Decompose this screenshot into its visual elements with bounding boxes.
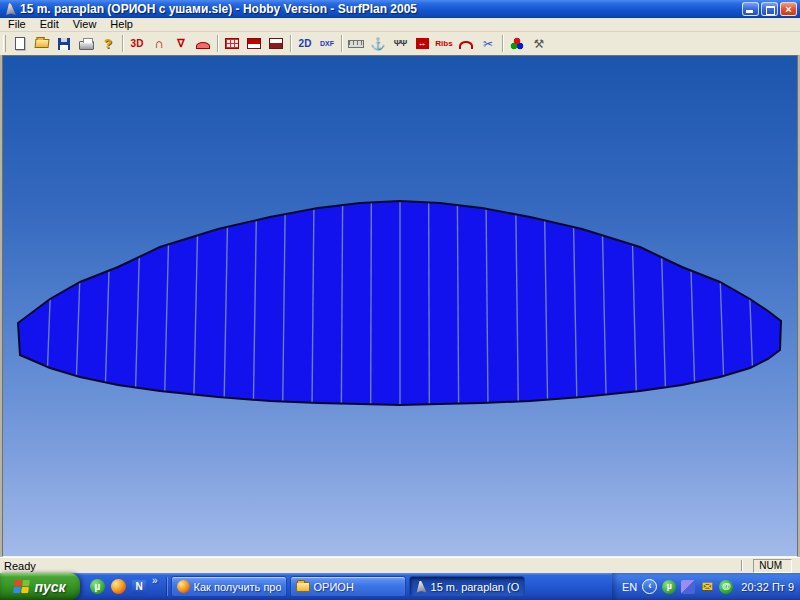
- ribs-button[interactable]: Ribs: [433, 34, 455, 54]
- colors-button[interactable]: [506, 34, 528, 54]
- panel-grid-icon: [225, 38, 239, 49]
- firefox-icon: [177, 580, 190, 593]
- mail-tray-icon[interactable]: ✉: [700, 580, 714, 594]
- menu-bar: FileEditViewHelp: [0, 18, 800, 32]
- export-2d-icon: 2D: [299, 39, 312, 49]
- status-separator: [741, 560, 743, 571]
- tools-icon: ⚒: [534, 38, 545, 50]
- toolbar: ?3D∩∇2DDXF⚓ΨΨ↔Ribs✂⚒: [0, 32, 800, 55]
- surfplan-icon: [415, 581, 427, 593]
- export-2d-button[interactable]: 2D: [294, 34, 316, 54]
- windows-flag-icon: [13, 580, 30, 593]
- save-file-button[interactable]: [53, 34, 75, 54]
- help-icon: ?: [104, 37, 112, 50]
- window-title: 15 m. paraplan (ОРИОН с ушами.sle) - Hob…: [20, 2, 742, 16]
- anchor-points-icon: ⚓: [371, 38, 386, 50]
- wing-canvas[interactable]: [2, 55, 798, 557]
- open-file-button[interactable]: [31, 34, 53, 54]
- rib-line: [371, 191, 372, 413]
- print-icon: [79, 41, 94, 50]
- quick-launch: µN»: [80, 573, 164, 600]
- line-rigging-button[interactable]: ΨΨ: [389, 34, 411, 54]
- toolbar-separator: [122, 35, 123, 52]
- toolbar-separator: [290, 35, 291, 52]
- view-3d-icon: 3D: [131, 39, 144, 49]
- minimize-button[interactable]: [742, 2, 759, 16]
- toolbar-grip[interactable]: [3, 35, 6, 52]
- measure-ruler-icon: [348, 40, 364, 48]
- status-message: Ready: [4, 560, 741, 572]
- measure-ruler-button[interactable]: [345, 34, 367, 54]
- task-title: Как получить проце...: [194, 581, 281, 593]
- num-lock-indicator: NUM: [753, 559, 792, 573]
- toolbar-separator: [217, 35, 218, 52]
- n-app-icon[interactable]: N: [132, 580, 146, 594]
- paraglider-planform: [3, 56, 797, 556]
- panel-grid-button[interactable]: [221, 34, 243, 54]
- planform-view-icon: [196, 42, 210, 49]
- task-button[interactable]: ОРИОН: [290, 576, 406, 597]
- print-button[interactable]: [75, 34, 97, 54]
- menu-edit[interactable]: Edit: [33, 18, 66, 31]
- new-document-button[interactable]: [9, 34, 31, 54]
- system-tray: EN ‹ µ✉@ 20:32 Пт 9: [612, 573, 800, 600]
- taskbar: пуск µN» Как получить проце...ОРИОН15 m.…: [0, 573, 800, 600]
- cut-panels-button[interactable]: ✂: [477, 34, 499, 54]
- anchor-points-button[interactable]: ⚓: [367, 34, 389, 54]
- colors-icon: [509, 37, 525, 51]
- restore-button[interactable]: [761, 2, 778, 16]
- task-title: 15 m. paraplan (ОРИ...: [431, 581, 519, 593]
- surfplan-app-icon: [4, 3, 16, 15]
- task-button[interactable]: Как получить проце...: [171, 576, 287, 597]
- messenger-tray-icon[interactable]: @: [719, 580, 733, 594]
- side-view-pennant-icon: ∇: [177, 38, 184, 49]
- menu-view[interactable]: View: [66, 18, 104, 31]
- bottom-panel-icon: [269, 38, 283, 49]
- client-area: [0, 55, 800, 557]
- menu-file[interactable]: File: [1, 18, 33, 31]
- hide-icons-chevron[interactable]: ‹: [642, 579, 657, 594]
- help-button[interactable]: ?: [97, 34, 119, 54]
- taskbar-clock: 20:32 Пт 9: [741, 581, 794, 593]
- firefox-icon[interactable]: [111, 579, 126, 594]
- top-panel-button[interactable]: [243, 34, 265, 54]
- tools-button[interactable]: ⚒: [528, 34, 550, 54]
- front-view-arch-button[interactable]: ∩: [148, 34, 170, 54]
- line-rigging-icon: ΨΨ: [394, 39, 407, 48]
- taskbar-divider: [166, 577, 167, 596]
- new-document-icon: [15, 37, 25, 50]
- task-button[interactable]: 15 m. paraplan (ОРИ...: [409, 576, 525, 597]
- menu-help[interactable]: Help: [103, 18, 140, 31]
- front-view-arch-icon: ∩: [154, 37, 163, 50]
- canopy-rotate-icon: [459, 41, 473, 49]
- export-dxf-icon: DXF: [320, 40, 334, 47]
- canopy-rotate-button[interactable]: [455, 34, 477, 54]
- span-width-icon: ↔: [416, 38, 429, 49]
- close-button[interactable]: ×: [780, 2, 797, 16]
- save-file-icon: [58, 38, 70, 50]
- side-view-pennant-button[interactable]: ∇: [170, 34, 192, 54]
- toolbar-separator: [341, 35, 342, 52]
- language-indicator[interactable]: EN: [622, 581, 637, 593]
- ribs-icon: Ribs: [435, 40, 452, 48]
- view-3d-button[interactable]: 3D: [126, 34, 148, 54]
- folder-icon: [296, 582, 310, 592]
- span-width-button[interactable]: ↔: [411, 34, 433, 54]
- open-file-icon: [35, 39, 50, 48]
- planform-view-button[interactable]: [192, 34, 214, 54]
- start-label: пуск: [34, 579, 65, 595]
- status-bar: Ready NUM: [0, 557, 800, 573]
- overflow-chevron-icon[interactable]: »: [152, 575, 158, 586]
- task-buttons: Как получить проце...ОРИОН15 m. paraplan…: [169, 573, 612, 600]
- bottom-panel-button[interactable]: [265, 34, 287, 54]
- export-dxf-button[interactable]: DXF: [316, 34, 338, 54]
- title-bar: 15 m. paraplan (ОРИОН с ушами.sle) - Hob…: [0, 0, 800, 18]
- utorrent-icon[interactable]: µ: [90, 579, 105, 594]
- cut-panels-icon: ✂: [483, 38, 493, 50]
- rib-line: [429, 191, 430, 413]
- toolbar-separator: [502, 35, 503, 52]
- utorrent-tray-icon[interactable]: µ: [662, 580, 676, 594]
- top-panel-icon: [247, 38, 261, 49]
- start-button[interactable]: пуск: [0, 573, 80, 600]
- device-tray-icon[interactable]: [681, 580, 695, 594]
